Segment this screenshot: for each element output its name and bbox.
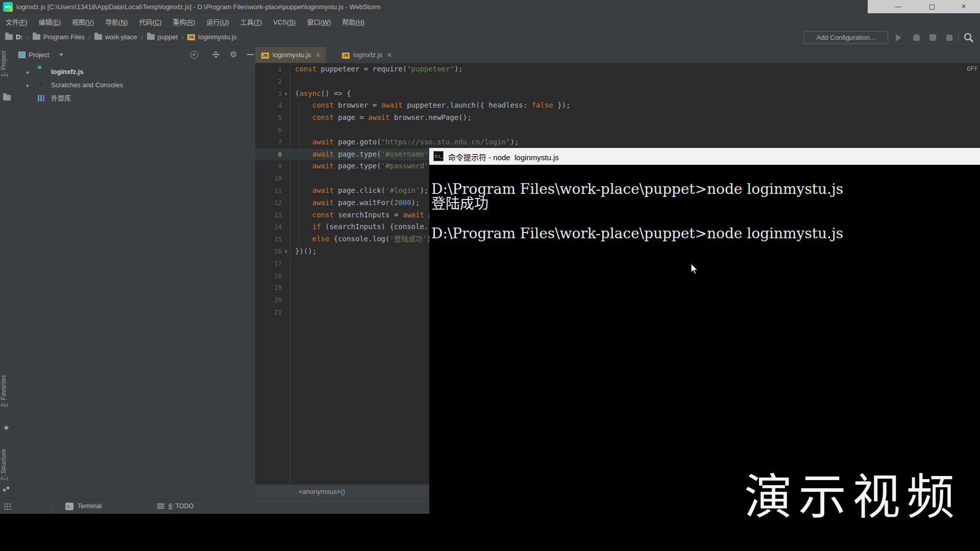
breadcrumb-item[interactable]: loginmystu.js (198, 33, 236, 41)
close-button[interactable]: ✕ (949, 0, 978, 13)
tab-label: loginmystu.js (273, 51, 311, 59)
restore-button[interactable] (918, 0, 946, 13)
code-text: const searchInputs = await pa (290, 209, 437, 221)
tree-item-1[interactable]: ▸Scratches and Consoles (14, 79, 255, 92)
tree-item-label: loginxfz.js (51, 65, 84, 79)
locate-file-icon[interactable] (190, 51, 198, 59)
tree-item-0[interactable]: ▸loginxfz.js (14, 65, 255, 79)
menu-item-8[interactable]: VCS(S) (267, 16, 301, 29)
menu-item-6[interactable]: 运行(U) (201, 14, 235, 29)
screen: WS loginxfz.js [C:\Users\13418\AppData\L… (0, 0, 980, 551)
terminal-icon[interactable]: >_ (65, 503, 74, 510)
debug-icon[interactable] (911, 32, 923, 44)
code-line-3[interactable]: 3∨(async() => { (255, 88, 980, 100)
code-text: await page.type('#username', (290, 148, 437, 161)
menu-item-10[interactable]: 帮助(H) (336, 14, 370, 29)
cmd-icon: C:\_ (433, 151, 444, 161)
tree-item-label: 外部库 (51, 92, 71, 105)
minimize-button[interactable]: — (884, 0, 913, 13)
run-icon[interactable] (892, 32, 904, 44)
fold-open-icon[interactable]: ∨ (282, 88, 290, 100)
statusbar-separator (53, 503, 53, 511)
hide-panel-icon[interactable] (247, 54, 254, 55)
breadcrumb-item[interactable]: D: (16, 33, 23, 41)
js-file-icon: JS (187, 34, 195, 40)
menu-item-5[interactable]: 重构(R) (167, 14, 201, 29)
tab-loginxfz.js[interactable]: JSloginxfz.js✕ (336, 47, 397, 63)
code-text: await page.goto("https://sso.stu.edu.cn/… (290, 136, 519, 148)
stop-icon[interactable] (943, 32, 955, 44)
add-configuration-button[interactable]: Add Configuration... (803, 31, 888, 44)
js-file-icon: JS (261, 53, 269, 59)
collapse-all-icon[interactable] (212, 54, 219, 55)
fold-closed-icon[interactable]: ∧ (282, 245, 290, 258)
code-text: (async() => { (290, 88, 351, 100)
cmd-titlebar[interactable]: C:\_ 命令提示符 - node loginmystu.js (429, 148, 980, 165)
js-file-icon: JS (342, 53, 350, 59)
folder-icon (147, 34, 155, 40)
line-number: 15 (255, 233, 282, 245)
tab-label: loginxfz.js (353, 51, 382, 59)
line-number: 9 (255, 160, 282, 172)
cmd-window-title: 命令提示符 - node loginmystu.js (448, 152, 559, 162)
close-icon[interactable]: ✕ (387, 52, 392, 59)
line-number: 14 (255, 221, 282, 233)
code-line-5[interactable]: 5 const page = await browser.newPage(); (255, 112, 980, 124)
cmd-line-3: D:\Program Files\work-place\puppet>node … (431, 226, 843, 241)
line-number: 8 (255, 148, 282, 161)
code-line-2[interactable]: 2 (255, 76, 980, 88)
cmd-line-2 (431, 211, 843, 226)
line-number: 3 (255, 88, 282, 100)
todo-list-icon[interactable] (157, 504, 164, 509)
menu-item-7[interactable]: 工具(T) (235, 14, 268, 29)
close-icon[interactable]: ✕ (315, 52, 321, 59)
chevron-down-icon[interactable] (59, 54, 63, 56)
line-number: 11 (255, 185, 282, 197)
tab-loginmystu.js[interactable]: JSloginmystu.js✕ (255, 47, 326, 63)
line-number: 4 (255, 99, 282, 112)
code-text: await page.click('#login'); (290, 185, 428, 197)
gear-icon[interactable]: ⚙ (230, 49, 237, 59)
terminal-statusbar-button[interactable]: Terminal (78, 503, 102, 510)
tool-window-stripe: 1: Project 2: Favorites ★ 7: Structure (0, 47, 14, 498)
breadcrumb-item[interactable]: Program Files (43, 33, 85, 41)
code-text: await page.type('#password', (290, 160, 437, 172)
tool-button-favorites[interactable]: 2: Favorites (0, 375, 14, 407)
tree-item-2[interactable]: 外部库 (14, 92, 255, 105)
project-folder-icon (3, 93, 14, 102)
breadcrumb-separator: › (88, 33, 91, 41)
menu-item-9[interactable]: 窗口(W) (301, 14, 336, 29)
code-line-1[interactable]: 1const puppeteer = require("puppeteer"); (255, 63, 980, 76)
code-line-4[interactable]: 4 const browser = await puppeteer.launch… (255, 99, 980, 112)
code-line-6[interactable]: 6 (255, 124, 980, 136)
menu-item-0[interactable]: 文件(F) (0, 14, 33, 29)
todo-statusbar-button[interactable]: 6: TODO (168, 503, 194, 510)
tool-button-structure[interactable]: 7: Structure (0, 449, 14, 481)
menu-item-3[interactable]: 导航(N) (100, 14, 133, 29)
tool-button-project[interactable]: 1: Project (0, 51, 14, 77)
menu-item-2[interactable]: 视图(V) (66, 14, 100, 29)
project-panel-title[interactable]: Project (29, 51, 49, 59)
code-line-7[interactable]: 7 await page.goto("https://sso.stu.edu.c… (255, 136, 980, 148)
titlebar-controls: — ✕ (868, 0, 980, 13)
menu-item-1[interactable]: 编辑(E) (33, 14, 66, 29)
expand-arrow-icon[interactable]: ▸ (27, 65, 30, 79)
structure-icon[interactable] (3, 485, 10, 494)
coverage-icon[interactable] (927, 32, 939, 44)
search-icon[interactable] (963, 32, 975, 44)
scope-breadcrumb[interactable]: <anonymous>() (299, 488, 345, 495)
tool-window-switcher-icon[interactable] (5, 504, 11, 510)
watermark: 演示视频 (744, 458, 969, 528)
project-panel: Project ⚙ ▸loginxfz.js▸Scratches and Con… (14, 47, 255, 498)
expand-arrow-icon[interactable]: ▸ (27, 79, 30, 92)
star-icon[interactable]: ★ (3, 423, 10, 432)
line-number: 13 (255, 209, 282, 221)
breadcrumb-separator: › (27, 33, 29, 41)
menu-item-4[interactable]: 代码(C) (133, 14, 167, 29)
line-number: 2 (255, 76, 282, 88)
breadcrumb-item[interactable]: work-place (105, 33, 137, 41)
line-number: 18 (255, 270, 282, 282)
line-number: 16 (255, 245, 282, 258)
breadcrumb-item[interactable]: puppet (158, 33, 178, 41)
breadcrumb-separator: › (181, 33, 184, 41)
